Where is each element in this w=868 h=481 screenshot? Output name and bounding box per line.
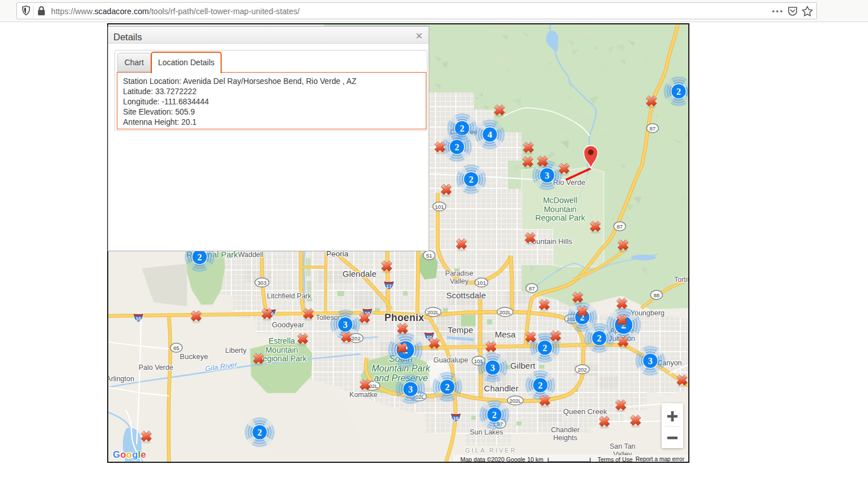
- svg-text:2: 2: [597, 334, 602, 343]
- svg-text:2: 2: [469, 175, 473, 184]
- svg-text:2: 2: [538, 381, 543, 390]
- svg-text:3: 3: [545, 171, 549, 180]
- svg-text:4: 4: [488, 130, 492, 140]
- svg-text:2: 2: [676, 87, 681, 96]
- svg-text:2: 2: [257, 428, 262, 437]
- svg-text:2: 2: [455, 142, 459, 152]
- svg-text:2: 2: [445, 382, 450, 392]
- svg-text:2: 2: [197, 252, 202, 262]
- svg-text:3: 3: [490, 363, 495, 373]
- svg-text:2: 2: [492, 410, 497, 420]
- svg-text:3: 3: [648, 356, 653, 366]
- svg-text:3: 3: [343, 320, 348, 330]
- svg-text:2: 2: [543, 343, 547, 353]
- svg-text:3: 3: [408, 385, 413, 394]
